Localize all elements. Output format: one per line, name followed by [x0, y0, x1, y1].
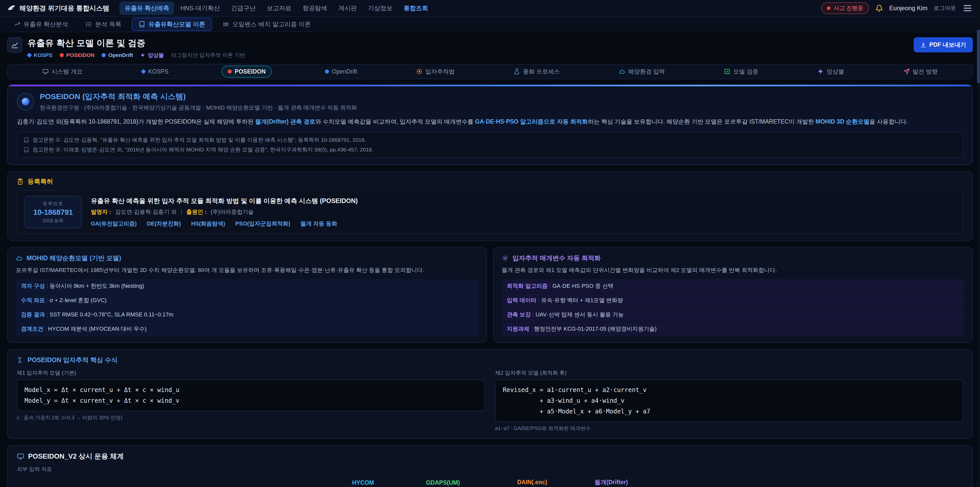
hamburger-menu-icon[interactable]: [962, 3, 973, 13]
model2-code: Revised_x = a1·current_u + a2·current_v …: [495, 380, 963, 422]
nav-item-emergency-rescue[interactable]: 긴급구난: [226, 2, 261, 15]
section-nav-ensemble[interactable]: 앙상블: [811, 65, 850, 78]
tab-analysis-list[interactable]: 분석 목록: [79, 18, 128, 31]
model1-caption: c : 풍속 가중치 (예: c=0.3 → 바람의 30% 반영): [17, 414, 485, 421]
red-dot-icon: [228, 69, 232, 73]
badge-label: OpenDrift: [108, 52, 133, 58]
nav-item-board[interactable]: 게시판: [333, 2, 362, 15]
pdf-export-button[interactable]: PDF 내보내기: [914, 37, 973, 52]
incident-status-badge[interactable]: 사고 진행중: [821, 2, 869, 14]
scrollbar[interactable]: [977, 0, 980, 487]
references-box: 참고문헌 ①: 김도연·김용혁, "유출유 확산 예측을 위한 입자 추적 모델…: [17, 132, 963, 158]
optimization-card-header: 입자추적 매개변수 자동 최적화: [502, 254, 964, 262]
book-icon: [138, 21, 145, 27]
badge-ensemble: 앙상블: [140, 51, 164, 59]
data-source-drifter: 뜰개(Drifter) 관측 표류 경로 GA/DE/PSO 동화용: [589, 478, 633, 487]
logout-button[interactable]: 로그아웃: [934, 4, 956, 12]
spec-row: 입력 데이터유속·유향 벡터 + 제1모델 변화량: [502, 294, 964, 308]
tab-model-theory[interactable]: 유출유확산모델 이론: [132, 18, 212, 31]
model-badge-row: KOSPS POSEIDON OpenDrift 앙상블 라그랑지안 입자추적 …: [27, 51, 245, 59]
section-nav-label: KOSPS: [148, 68, 169, 75]
patent-section-header: 등록특허: [17, 177, 963, 186]
patent-reg-year: 2018 등록: [32, 217, 74, 224]
spec-label: 격자 구성: [21, 283, 49, 289]
code-line: + a5·Model_x + a6·Model_y + a7: [503, 406, 956, 417]
scrollbar-thumb[interactable]: [977, 30, 980, 83]
model2-label: 제2 입자추적 모델 (최적화 후): [495, 369, 963, 377]
nav-item-aerial-search[interactable]: 항공탐색: [298, 2, 332, 15]
spec-value: SST RMSE 0.42~0.78°C, SLA RMSE 0.11~0.17…: [49, 311, 173, 318]
section-nav-label: 풍화 프로세스: [523, 68, 560, 76]
code-line: Revised_x = a1·current_u + a2·current_v: [503, 385, 956, 395]
patent-info: 유출유 확산 예측을 위한 입자 추적 모듈 최적화 방법 및 이를 이용한 예…: [91, 196, 358, 228]
badge-kosps: KOSPS: [27, 52, 52, 58]
badge-label: KOSPS: [34, 52, 52, 58]
section-nav-roadmap[interactable]: 발전 방향: [897, 65, 944, 78]
section-nav-ocean-input[interactable]: 해양환경 입력: [613, 65, 671, 78]
spec-value: 행정안전부 KCG-01-2017-05 (해양경비지원기술): [534, 326, 656, 332]
poseidon-heading-block: POSEIDON (입자추적 최적화 예측 시스템) 한국환경연구원 · (주)…: [40, 91, 357, 112]
inventors: 김도연·김용혁·김충기 외: [115, 208, 177, 216]
section-nav-opendrift[interactable]: OpenDrift: [319, 65, 363, 78]
bell-icon[interactable]: [875, 4, 883, 12]
nav-item-integrated-search[interactable]: 통합조회: [399, 2, 433, 15]
source-name: GDAPS(UM): [411, 479, 475, 486]
tag-de[interactable]: DE(차분진화): [147, 220, 181, 228]
formula-grid: 제1 입자추적 모델 (기본) Model_x = Δt × current_u…: [17, 369, 963, 432]
spec-row: 검증 결과SST RMSE 0.42~0.78°C, SLA RMSE 0.11…: [16, 308, 478, 322]
spec-row: 지원과제행정안전부 KCG-01-2017-05 (해양경비지원기술): [502, 322, 964, 336]
section-nav-poseidon[interactable]: POSEIDON: [221, 65, 272, 78]
red-dot-icon: [60, 53, 64, 57]
text-fragment: 을 사용합니다.: [869, 118, 908, 125]
tag-pso[interactable]: PSO(입자군집최적화): [235, 220, 290, 228]
section-nav-particle-tracking[interactable]: 입자추적법: [410, 65, 461, 78]
spec-row: 경계조건HYCOM 재분석 (MYOCEAN 대비 우수): [16, 322, 478, 336]
poseidon-card-header: POSEIDON (입자추적 최적화 예측 시스템) 한국환경연구원 · (주)…: [17, 91, 963, 112]
mohid-spec-rows: 격자 구성동아시아 9km + 한반도 3km (Nesting) 수직 좌표σ…: [16, 279, 478, 336]
tag-ga[interactable]: GA(유전알고리즘): [91, 220, 137, 228]
tag-drifter-assimilation[interactable]: 뜰개 자동 동화: [301, 220, 337, 228]
blue-dot-icon: [325, 69, 329, 73]
tab-spill-analysis[interactable]: 유출유 확산분석: [7, 18, 75, 31]
reference-text: 참고문헌 ②: 이재호·임병준·김도연 외, "2016년 동아시아 해역의 M…: [33, 146, 373, 153]
top-navbar: 해양환경 위기대응 통합시스템 유출유 확산예측 HNS·대기확산 긴급구난 보…: [0, 0, 980, 17]
nav-item-reports[interactable]: 보고자료: [262, 2, 297, 15]
flask-icon: [514, 69, 520, 75]
parameter-optimization-card: 입자추적 매개변수 자동 최적화 뜰개 관측 경로와 제1 모델 예측값의 단위…: [493, 247, 973, 343]
section-nav-model-validation[interactable]: 모델 검증: [718, 65, 764, 78]
model-detail-row: MOHID 해양순환모델 (기반 모델) 포르투갈 IST/MARETEC에서 …: [7, 247, 973, 343]
user-name: Eunjeong Kim: [889, 5, 928, 12]
nav-item-hns-diffusion[interactable]: HNS·대기확산: [175, 2, 225, 15]
data-source-dain: DAIN(.enc) 격자·수심·해안선·조석 정적 바이너리 데이터: [507, 479, 558, 487]
tag-hs[interactable]: HS(화음탐색): [191, 220, 225, 228]
main-nav: 유출유 확산예측 HNS·대기확산 긴급구난 보고자료 항공탐색 게시판 기상정…: [119, 2, 814, 15]
section-nav-label: 해양환경 입력: [628, 68, 665, 76]
nav-item-weather-info[interactable]: 기상정보: [363, 2, 398, 15]
badge-label: 앙상블: [148, 51, 164, 59]
highlight-optimization: GA·DE·HS·PSO 알고리즘으로 자동 최적화: [475, 118, 588, 125]
section-nav-label: 모델 검증: [733, 68, 758, 76]
tab-oilfence-theory[interactable]: 오일펜스 배치 알고리즘 이론: [216, 18, 318, 31]
spec-value: 동아시아 9km + 한반도 3km (Nesting): [49, 283, 144, 289]
operations-card-title: POSEIDON_V2 상시 운용 체계: [28, 452, 124, 461]
section-nav-weathering[interactable]: 풍화 프로세스: [508, 65, 566, 78]
spec-value: GA·DE·HS·PSO 중 선택: [552, 283, 614, 289]
code-line: Model_x = Δt × current_u + Δt × c × wind…: [24, 385, 477, 395]
section-nav-kosps[interactable]: KOSPS: [135, 65, 175, 78]
formula-card-title: POSEIDON 입자추적 핵심 수식: [27, 356, 118, 364]
fence-icon: [223, 21, 229, 27]
patent-card: 등록특허 등록번호 10-1868791 2018 등록 유출유 확산 예측을 …: [7, 171, 973, 241]
nav-item-spill-prediction[interactable]: 유출유 확산예측: [119, 2, 174, 15]
cloud-icon: [619, 69, 625, 75]
spec-label: 관측 보강: [507, 311, 535, 318]
spec-value: 유속·유향 벡터 + 제1모델 변화량: [541, 297, 623, 303]
pdf-export-label: PDF 내보내기: [929, 41, 966, 49]
optimization-description: 뜰개 관측 경로와 제1 모델 예측값의 단위시간별 변화량을 비교하여 제2 …: [502, 266, 964, 275]
app-brand[interactable]: 해양환경 위기대응 통합시스템: [7, 4, 109, 13]
optimization-card-title: 입자추적 매개변수 자동 최적화: [512, 254, 601, 262]
section-nav-system-overview[interactable]: 시스템 개요: [36, 65, 89, 78]
tab-label: 분석 목록: [95, 20, 121, 28]
rocket-icon: [904, 69, 910, 75]
clipboard-icon: [17, 178, 24, 185]
applicant-label: 출원인 :: [186, 208, 207, 216]
